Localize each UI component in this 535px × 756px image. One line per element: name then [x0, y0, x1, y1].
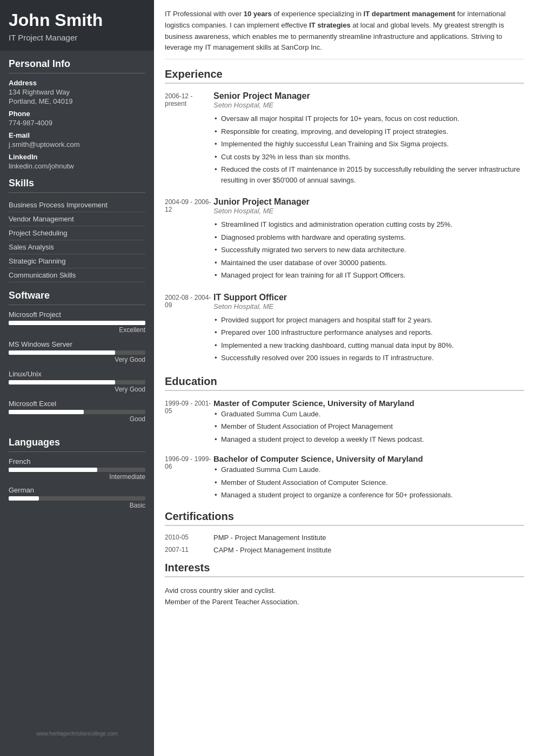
education-item: 1996-09 - 1999-06 Bachelor of Computer S…	[165, 454, 524, 502]
software-level: Good	[9, 415, 145, 423]
exp-title: Senior Project Manager	[213, 91, 524, 101]
skill-item: Project Scheduling	[9, 226, 145, 240]
exp-bullet: Oversaw all major hospital IT projects f…	[213, 112, 524, 125]
candidate-name: John Smith	[9, 11, 145, 30]
software-name: MS Windows Server	[9, 340, 145, 348]
skill-item: Communication Skills	[9, 268, 145, 282]
exp-date: 2006-12 - present	[165, 91, 213, 186]
edu-bullet: Graduated Summa Cum Laude.	[213, 408, 524, 421]
skill-item: Strategic Planning	[9, 254, 145, 268]
edu-bullet: Graduated Summa Cum Laude.	[213, 463, 524, 476]
address-line2: Portland, ME, 04019	[9, 97, 145, 105]
language-progress-bg	[9, 496, 145, 501]
exp-title: IT Support Officer	[213, 293, 524, 302]
cert-item: 2010-05 PMP - Project Management Institu…	[165, 534, 524, 542]
certifications-title: Certifications	[165, 510, 524, 526]
exp-bullet: Diagnosed problems with hardware and ope…	[213, 231, 524, 244]
skill-item: Sales Analysis	[9, 240, 145, 254]
exp-company: Seton Hospital, ME	[213, 302, 524, 310]
edu-content: Bachelor of Computer Science, University…	[213, 454, 524, 502]
linkedin-label: LinkedIn	[9, 153, 145, 161]
progress-bar-fill	[9, 321, 145, 325]
software-title: Software	[9, 282, 145, 305]
language-progress-fill	[9, 496, 39, 501]
exp-content: Senior Project Manager Seton Hospital, M…	[213, 91, 524, 186]
exp-bullets: Oversaw all major hospital IT projects f…	[213, 112, 524, 186]
progress-bar-fill	[9, 410, 84, 414]
skill-item: Business Process Improvement	[9, 198, 145, 212]
software-name: Linux/Unix	[9, 370, 145, 378]
education-section: Education 1999-09 - 2001-05 Master of Co…	[165, 375, 524, 502]
exp-bullet: Successfully migrated two servers to new…	[213, 244, 524, 256]
software-item: Microsoft Excel Good	[9, 400, 145, 423]
skill-item: Vendor Management	[9, 212, 145, 226]
language-item: German Basic	[9, 486, 145, 509]
exp-content: Junior Project Manager Seton Hospital, M…	[213, 197, 524, 282]
edu-date: 1999-09 - 2001-05	[165, 399, 213, 446]
software-name: Microsoft Excel	[9, 400, 145, 408]
language-progress-fill	[9, 468, 97, 472]
exp-company: Seton Hospital, ME	[213, 101, 524, 109]
exp-content: IT Support Officer Seton Hospital, ME Pr…	[213, 293, 524, 364]
languages-list: French Intermediate German Basic	[9, 457, 145, 509]
exp-bullet: Successfully resolved over 200 issues in…	[213, 352, 524, 364]
edu-bullet: Managed a student project to develop a w…	[213, 433, 524, 446]
cert-item: 2007-11 CAPM - Project Management Instit…	[165, 546, 524, 554]
software-list: Microsoft Project Excellent MS Windows S…	[9, 310, 145, 423]
progress-bar-bg	[9, 410, 145, 414]
experience-title: Experience	[165, 68, 524, 84]
progress-bar-fill	[9, 350, 115, 355]
language-name: German	[9, 486, 145, 494]
cert-name: CAPM - Project Management Institute	[213, 546, 331, 554]
sidebar: John Smith IT Project Manager Personal I…	[0, 0, 154, 756]
software-level: Very Good	[9, 356, 145, 363]
exp-bullet: Streamlined IT logistics and administrat…	[213, 218, 524, 231]
address-label: Address	[9, 79, 145, 87]
exp-bullet: Implemented a new tracking dashboard, cu…	[213, 339, 524, 352]
exp-title: Junior Project Manager	[213, 197, 524, 207]
software-level: Very Good	[9, 386, 145, 393]
phone-value: 774-987-4009	[9, 119, 145, 127]
exp-bullet: Provided support for project managers an…	[213, 314, 524, 327]
edu-bullets: Graduated Summa Cum Laude.Member of Stud…	[213, 463, 524, 502]
interest-item: Avid cross country skier and cyclist.	[165, 585, 524, 596]
progress-bar-bg	[9, 350, 145, 355]
certifications-section: Certifications 2010-05 PMP - Project Man…	[165, 510, 524, 554]
cert-name: PMP - Project Management Institute	[213, 534, 326, 542]
education-item: 1999-09 - 2001-05 Master of Computer Sci…	[165, 399, 524, 446]
experience-item: 2002-08 - 2004-09 IT Support Officer Set…	[165, 293, 524, 364]
languages-title: Languages	[9, 429, 145, 452]
education-list: 1999-09 - 2001-05 Master of Computer Sci…	[165, 399, 524, 502]
languages-section: Languages French Intermediate German Bas…	[0, 429, 154, 515]
interests-section: Interests Avid cross country skier and c…	[165, 562, 524, 608]
progress-bar-bg	[9, 321, 145, 325]
sidebar-header: John Smith IT Project Manager	[0, 0, 154, 51]
language-progress-bg	[9, 468, 145, 472]
watermark: www.heritagechristiancollege.com	[0, 722, 154, 745]
email-label: E-mail	[9, 131, 145, 139]
exp-bullet: Maintained the user database of over 300…	[213, 256, 524, 269]
language-item: French Intermediate	[9, 457, 145, 481]
edu-title: Master of Computer Science, University o…	[213, 399, 524, 408]
main-content: IT Professional with over 10 years of ex…	[154, 0, 535, 756]
address-line1: 134 Rightward Way	[9, 88, 145, 96]
software-item: MS Windows Server Very Good	[9, 340, 145, 363]
edu-bullets: Graduated Summa Cum Laude.Member of Stud…	[213, 408, 524, 446]
certifications-list: 2010-05 PMP - Project Management Institu…	[165, 534, 524, 554]
email-value: j.smith@uptowork.com	[9, 140, 145, 148]
summary-section: IT Professional with over 10 years of ex…	[165, 9, 524, 59]
edu-bullet: Member of Student Association of Compute…	[213, 476, 524, 489]
exp-bullets: Provided support for project managers an…	[213, 314, 524, 364]
software-item: Linux/Unix Very Good	[9, 370, 145, 393]
candidate-title: IT Project Manager	[9, 33, 145, 42]
exp-bullet: Implemented the highly successful Lean T…	[213, 138, 524, 151]
personal-info-title: Personal Info	[9, 51, 145, 73]
exp-date: 2002-08 - 2004-09	[165, 293, 213, 364]
edu-date: 1996-09 - 1999-06	[165, 454, 213, 502]
exp-date: 2004-09 - 2006-12	[165, 197, 213, 282]
software-item: Microsoft Project Excellent	[9, 310, 145, 334]
personal-info-section: Personal Info Address 134 Rightward Way …	[0, 51, 154, 170]
language-level: Intermediate	[9, 473, 145, 481]
edu-bullet: Managed a student project to organize a …	[213, 489, 524, 502]
exp-bullets: Streamlined IT logistics and administrat…	[213, 218, 524, 282]
